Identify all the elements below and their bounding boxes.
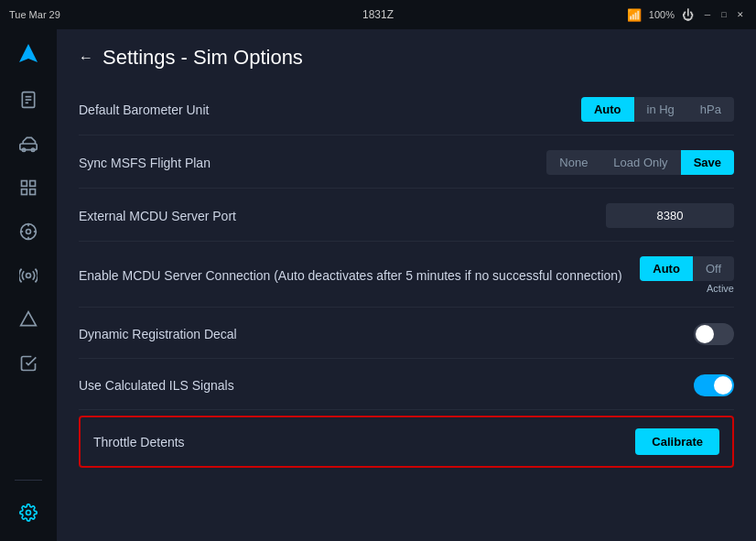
barometer-btn-group: Auto in Hg hPa (581, 97, 734, 122)
svg-marker-0 (19, 44, 38, 62)
battery-level: 100% (649, 9, 675, 20)
sidebar-item-charts[interactable] (9, 300, 48, 339)
sync-flightplan-controls: None Load Only Save (546, 150, 734, 175)
sync-none-btn[interactable]: None (546, 150, 600, 175)
mcdu-port-input[interactable] (606, 203, 734, 228)
calculated-ils-toggle[interactable] (694, 374, 734, 396)
mcdu-off-btn[interactable]: Off (693, 256, 734, 281)
wifi-icon: 📶 (627, 8, 642, 22)
dynamic-decal-toggle[interactable] (694, 323, 734, 345)
page-title: Settings - Sim Options (103, 46, 303, 70)
sidebar-item-navigation[interactable] (9, 212, 48, 251)
mcdu-port-controls (606, 203, 734, 228)
sidebar-item-ground[interactable] (9, 124, 48, 163)
restore-button[interactable]: □ (718, 8, 730, 21)
svg-rect-8 (22, 181, 27, 187)
barometer-auto-btn[interactable]: Auto (581, 97, 634, 122)
calculated-ils-toggle-knob (714, 376, 732, 395)
sidebar (0, 29, 57, 541)
sync-flightplan-row: Sync MSFS Flight Plan None Load Only Sav… (79, 137, 734, 189)
power-icon: ⏻ (682, 8, 694, 22)
barometer-hpa-btn[interactable]: hPa (687, 97, 734, 122)
sidebar-item-settings[interactable] (9, 493, 48, 532)
svg-point-18 (27, 274, 31, 278)
sidebar-item-checklist[interactable] (9, 344, 48, 383)
throttle-detents-row: Throttle Detents Calibrate (79, 416, 734, 468)
app-container: ← Settings - Sim Options Default Baromet… (0, 29, 756, 541)
sidebar-logo (14, 38, 43, 68)
sidebar-item-documents[interactable] (9, 81, 48, 119)
back-button[interactable]: ← (79, 49, 93, 66)
sidebar-item-radio[interactable] (9, 256, 48, 295)
page-header: ← Settings - Sim Options (57, 29, 756, 84)
svg-point-20 (27, 511, 31, 515)
mcdu-server-controls: Auto Off Active (640, 256, 734, 294)
content-area: ← Settings - Sim Options Default Baromet… (57, 29, 756, 541)
calculated-ils-label: Use Calculated ILS Signals (79, 378, 694, 393)
mcdu-port-row: External MCDU Server Port (79, 190, 734, 242)
close-button[interactable]: ✕ (734, 8, 747, 21)
mcdu-btn-group: Auto Off (640, 256, 734, 281)
svg-marker-19 (21, 312, 37, 326)
mcdu-status-label: Active (707, 283, 734, 294)
svg-rect-10 (22, 189, 27, 195)
barometer-row: Default Barometer Unit Auto in Hg hPa (79, 84, 734, 135)
sync-flightplan-btn-group: None Load Only Save (546, 150, 734, 175)
settings-list: Default Barometer Unit Auto in Hg hPa Sy… (57, 84, 756, 541)
svg-rect-9 (30, 181, 36, 187)
sidebar-divider (15, 480, 42, 481)
titlebar: Tue Mar 29 1831Z 📶 100% ⏻ ─ □ ✕ (0, 0, 756, 29)
sidebar-item-performance[interactable] (9, 168, 48, 207)
calculated-ils-row: Use Calculated ILS Signals (79, 361, 734, 410)
sync-flightplan-label: Sync MSFS Flight Plan (79, 156, 546, 170)
calibrate-button[interactable]: Calibrate (635, 428, 719, 455)
calculated-ils-controls (694, 374, 734, 396)
sync-save-btn[interactable]: Save (681, 150, 734, 175)
minimize-button[interactable]: ─ (701, 8, 714, 21)
sync-loadonly-btn[interactable]: Load Only (600, 150, 680, 175)
svg-point-13 (27, 230, 31, 234)
dynamic-decal-controls (694, 323, 734, 345)
titlebar-date: Tue Mar 29 (9, 9, 60, 20)
titlebar-time: 1831Z (362, 8, 394, 21)
throttle-detents-label: Throttle Detents (93, 435, 635, 449)
barometer-label: Default Barometer Unit (79, 103, 581, 117)
dynamic-decal-label: Dynamic Registration Decal (79, 327, 694, 341)
mcdu-auto-btn[interactable]: Auto (640, 256, 693, 281)
dynamic-decal-toggle-knob (696, 325, 714, 343)
svg-rect-11 (30, 189, 36, 195)
mcdu-port-label: External MCDU Server Port (79, 209, 606, 223)
barometer-inhg-btn[interactable]: in Hg (634, 97, 687, 122)
dynamic-decal-row: Dynamic Registration Decal (79, 309, 734, 359)
barometer-controls: Auto in Hg hPa (581, 97, 734, 122)
mcdu-server-label: Enable MCDU Server Connection (Auto deac… (79, 268, 640, 283)
mcdu-server-row: Enable MCDU Server Connection (Auto deac… (79, 243, 734, 308)
